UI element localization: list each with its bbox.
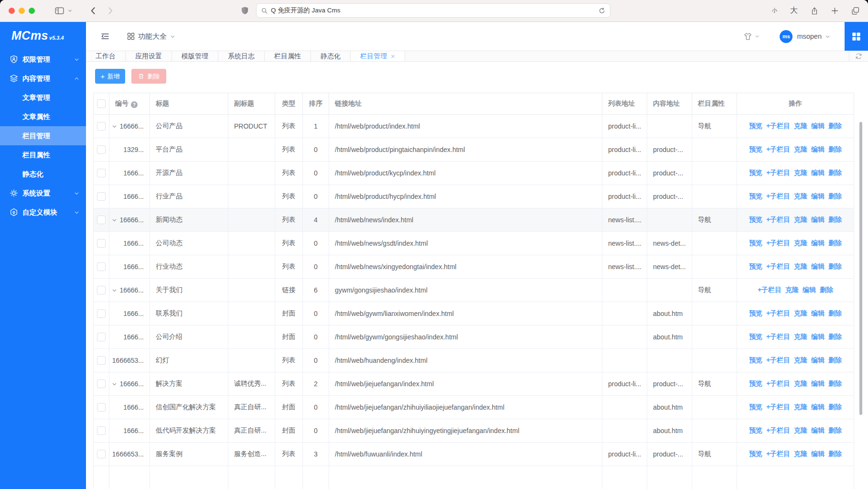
delete-button[interactable]: 删除 xyxy=(131,69,166,84)
action-delete[interactable]: 删除 xyxy=(828,426,842,435)
action-edit[interactable]: 编辑 xyxy=(811,145,825,154)
action-edit[interactable]: 编辑 xyxy=(811,333,825,341)
action-add-subcolumn[interactable]: +子栏目 xyxy=(766,426,790,435)
new-tab-icon[interactable] xyxy=(831,7,838,14)
action-edit[interactable]: 编辑 xyxy=(811,239,825,248)
action-clone[interactable]: 克隆 xyxy=(785,286,799,294)
reload-icon[interactable] xyxy=(599,7,605,14)
action-add-subcolumn[interactable]: +子栏目 xyxy=(766,145,790,154)
tab-6[interactable]: 栏目管理× xyxy=(351,51,405,61)
action-edit[interactable]: 编辑 xyxy=(811,169,825,177)
action-clone[interactable]: 克隆 xyxy=(794,403,807,412)
row-checkbox[interactable] xyxy=(97,309,106,318)
row-checkbox[interactable] xyxy=(97,262,106,271)
row-checkbox[interactable] xyxy=(97,239,106,248)
action-preview[interactable]: 预览 xyxy=(749,216,762,224)
action-delete[interactable]: 删除 xyxy=(820,286,833,294)
action-edit[interactable]: 编辑 xyxy=(811,450,825,458)
action-add-subcolumn[interactable]: +子栏目 xyxy=(766,309,790,318)
avatar[interactable]: ms xyxy=(780,30,793,43)
action-delete[interactable]: 删除 xyxy=(828,122,842,130)
action-delete[interactable]: 删除 xyxy=(828,192,842,201)
action-edit[interactable]: 编辑 xyxy=(811,122,825,130)
vertical-scrollbar[interactable] xyxy=(859,122,862,415)
privacy-shield-icon[interactable] xyxy=(241,6,248,17)
sidebar-subitem-1-1[interactable]: 文章属性 xyxy=(0,107,86,126)
action-delete[interactable]: 删除 xyxy=(828,169,842,177)
row-checkbox[interactable] xyxy=(97,403,106,412)
row-checkbox[interactable] xyxy=(97,333,106,341)
action-edit[interactable]: 编辑 xyxy=(811,356,825,365)
row-checkbox[interactable] xyxy=(97,356,106,365)
action-add-subcolumn[interactable]: +子栏目 xyxy=(766,333,790,341)
expand-caret-icon[interactable] xyxy=(112,381,117,387)
action-edit[interactable]: 编辑 xyxy=(803,286,816,294)
sidebar-subitem-1-2[interactable]: 栏目管理 xyxy=(0,126,86,145)
back-button[interactable] xyxy=(90,7,96,15)
action-add-subcolumn[interactable]: +子栏目 xyxy=(766,262,790,271)
sidebar-item-3[interactable]: 自定义模块 xyxy=(0,203,86,222)
sidebar-item-0[interactable]: 权限管理 xyxy=(0,50,86,69)
close-window-button[interactable] xyxy=(9,8,15,14)
action-edit[interactable]: 编辑 xyxy=(811,192,825,201)
tab-0[interactable]: 工作台 xyxy=(86,51,126,61)
text-smaller-button[interactable]: 小 xyxy=(772,7,777,14)
chevron-down-icon[interactable] xyxy=(68,9,72,13)
row-checkbox[interactable] xyxy=(97,426,106,435)
action-add-subcolumn[interactable]: +子栏目 xyxy=(766,239,790,248)
action-add-subcolumn[interactable]: +子栏目 xyxy=(766,192,790,201)
action-preview[interactable]: 预览 xyxy=(749,145,762,154)
row-checkbox[interactable] xyxy=(97,169,106,177)
action-clone[interactable]: 克隆 xyxy=(794,450,807,458)
action-clone[interactable]: 克隆 xyxy=(794,239,807,248)
row-checkbox[interactable] xyxy=(97,145,106,154)
row-checkbox[interactable] xyxy=(97,216,106,224)
expand-caret-icon[interactable] xyxy=(112,288,117,293)
help-icon[interactable]: ? xyxy=(131,101,138,108)
action-delete[interactable]: 删除 xyxy=(828,403,842,412)
action-add-subcolumn[interactable]: +子栏目 xyxy=(758,286,782,294)
action-add-subcolumn[interactable]: +子栏目 xyxy=(766,122,790,130)
action-preview[interactable]: 预览 xyxy=(749,169,762,177)
action-preview[interactable]: 预览 xyxy=(749,403,762,412)
action-delete[interactable]: 删除 xyxy=(828,356,842,365)
fullscreen-window-button[interactable] xyxy=(29,8,35,14)
action-edit[interactable]: 编辑 xyxy=(811,216,825,224)
action-preview[interactable]: 预览 xyxy=(749,122,762,130)
sidebar-toggle-icon[interactable] xyxy=(55,7,64,14)
sidebar-subitem-1-0[interactable]: 文章管理 xyxy=(0,88,86,107)
action-delete[interactable]: 删除 xyxy=(828,450,842,458)
action-clone[interactable]: 克隆 xyxy=(794,380,807,388)
text-larger-button[interactable]: 大 xyxy=(790,6,798,16)
sidebar-item-2[interactable]: 系统设置 xyxy=(0,184,86,203)
action-add-subcolumn[interactable]: +子栏目 xyxy=(766,216,790,224)
row-checkbox[interactable] xyxy=(97,122,106,130)
tab-5[interactable]: 静态化 xyxy=(311,51,351,61)
user-menu-chevron-icon[interactable] xyxy=(825,34,830,39)
action-delete[interactable]: 删除 xyxy=(828,380,842,388)
action-delete[interactable]: 删除 xyxy=(828,145,842,154)
action-preview[interactable]: 预览 xyxy=(749,262,762,271)
action-add-subcolumn[interactable]: +子栏目 xyxy=(766,356,790,365)
action-edit[interactable]: 编辑 xyxy=(811,426,825,435)
action-clone[interactable]: 克隆 xyxy=(794,169,807,177)
theme-skin-dropdown[interactable] xyxy=(743,32,760,41)
address-bar[interactable]: Q 免疫开源的 Java Cms xyxy=(256,3,611,18)
tab-2[interactable]: 模版管理 xyxy=(172,51,218,61)
action-clone[interactable]: 克隆 xyxy=(794,333,807,341)
action-preview[interactable]: 预览 xyxy=(749,309,762,318)
action-delete[interactable]: 删除 xyxy=(828,239,842,248)
action-add-subcolumn[interactable]: +子栏目 xyxy=(766,450,790,458)
expand-caret-icon[interactable] xyxy=(112,124,117,129)
action-preview[interactable]: 预览 xyxy=(749,239,762,248)
apps-grid-button[interactable] xyxy=(845,22,868,51)
share-icon[interactable] xyxy=(811,7,818,15)
action-preview[interactable]: 预览 xyxy=(749,333,762,341)
action-edit[interactable]: 编辑 xyxy=(811,262,825,271)
action-delete[interactable]: 删除 xyxy=(828,333,842,341)
action-preview[interactable]: 预览 xyxy=(749,192,762,201)
action-preview[interactable]: 预览 xyxy=(749,380,762,388)
tab-3[interactable]: 系统日志 xyxy=(218,51,265,61)
refresh-tab-button[interactable] xyxy=(849,51,868,61)
action-clone[interactable]: 克隆 xyxy=(794,356,807,365)
